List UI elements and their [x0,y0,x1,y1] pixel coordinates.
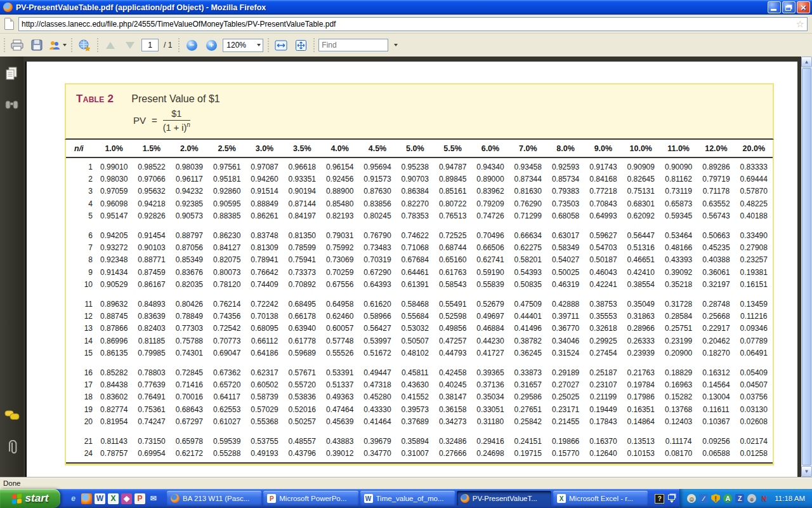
word-icon[interactable]: W [95,493,105,504]
pv-factor-cell: 0.70843 [584,197,622,210]
pv-factor-cell: 0.55288 [208,448,246,463]
column-header: 2.5% [208,140,246,157]
table-row: 30.970590.956320.942320.928600.915140.90… [66,185,773,197]
pages-panel-button[interactable] [5,67,18,83]
taskbar-task-button[interactable]: XMicrosoft Excel - r... [553,491,648,506]
outlook-express-icon[interactable]: ✉ [148,493,159,504]
minimize-button[interactable] [768,1,781,13]
pv-factor-cell: 0.29416 [471,428,509,448]
pv-factor-cell: 0.78849 [171,311,208,323]
column-header: 4.5% [358,140,396,157]
next-page-button[interactable] [122,36,138,54]
attachments-panel-button[interactable] [7,440,17,458]
novell-icon[interactable]: N [759,494,768,503]
pv-factor-cell: 0.71416 [171,379,208,391]
taskbar-task-button[interactable]: PV-PresentValueT... [457,491,551,506]
pv-factor-cell: 0.90595 [208,197,246,210]
zoom-level-combo[interactable]: 120% [223,39,263,52]
powerpoint-icon[interactable]: P [134,493,145,504]
zoom-in-button[interactable]: + [203,36,219,54]
pv-factor-cell: 0.60057 [321,323,358,335]
find-input[interactable] [318,39,388,51]
zoom-out-button[interactable]: − [183,36,200,54]
pv-factor-cell: 0.23257 [735,254,773,266]
pv-factor-cell: 0.39679 [358,428,396,448]
taskbar-task-button[interactable]: PMicrosoft PowerPo... [263,491,358,506]
window-icon [668,495,675,500]
pv-factor-cell: 0.02174 [735,428,773,448]
scroll-down-button[interactable]: ▼ [801,466,812,477]
key-icon[interactable]: ◆ [121,493,132,504]
excel-icon[interactable]: X [108,493,119,504]
collaborate-button[interactable] [48,36,67,54]
pv-factor-cell: 0.43630 [396,379,434,391]
table-row: 130.878660.824030.773030.725420.680950.6… [66,323,773,335]
table-row: 10.990100.985220.980390.975610.970870.96… [66,157,773,173]
scroll-up-button[interactable]: ▲ [801,57,812,67]
url-field[interactable]: ☆ [18,17,808,31]
messenger-icon[interactable]: ☺ [687,494,696,503]
restore-button[interactable] [782,1,796,13]
wrench-icon[interactable]: ∕ [699,494,708,503]
scrollbar-thumb[interactable] [802,68,811,465]
table-row: 160.852820.788030.728450.673620.623170.5… [66,359,773,379]
pv-factor-cell: 0.56447 [622,222,660,242]
taskbar-task-button[interactable]: BA 213 W11 (Pasc... [167,491,261,506]
pv-factor-cell: 0.65720 [208,379,246,391]
pv-factor-cell: 0.51316 [622,242,660,254]
pv-factor-cell: 0.77218 [584,185,622,197]
firefox-icon [461,494,469,503]
z-app-icon[interactable]: Z [735,494,744,503]
row-period: 11 [66,291,95,311]
search-panel-button[interactable] [5,100,18,112]
zoom-level-value: 120% [226,41,254,50]
pv-factor-cell: 0.67290 [358,266,396,278]
save-button[interactable] [29,36,45,54]
pv-factor-cell: 0.37136 [471,379,509,391]
comments-panel-button[interactable] [4,410,20,424]
help-tray-button[interactable]: ? [655,494,664,504]
internet-explorer-icon[interactable]: e [68,493,79,504]
row-period: 9 [66,266,95,278]
previous-page-button[interactable] [102,36,119,54]
pv-factor-cell: 0.29189 [547,359,584,379]
pv-factor-cell: 0.10367 [697,416,735,428]
pv-factor-cell: 0.42410 [622,266,660,278]
table-row: 120.887450.836390.788490.743560.701380.6… [66,311,773,323]
bookmark-star-icon[interactable]: ☆ [796,19,804,29]
vertical-scrollbar[interactable]: ▲ ▼ [801,57,812,477]
print-button[interactable] [9,36,25,54]
pv-factor-cell: 0.91743 [584,157,622,173]
antivirus-icon[interactable]: A [723,494,732,503]
taskbar-task-button[interactable]: WTime_value_of_mo... [360,491,455,506]
row-period: 2 [66,173,95,185]
toolbar-options-button[interactable] [668,495,675,503]
pv-factor-cell: 0.87630 [358,185,396,197]
pv-factor-cell: 0.45639 [321,416,358,428]
pv-factor-cell: 0.51337 [321,379,358,391]
updater-icon[interactable]: ● [747,494,756,503]
share-online-button[interactable] [76,36,93,54]
pv-factor-cell: 0.39711 [547,311,584,323]
close-button[interactable]: × [797,1,810,13]
pv-factor-cell: 0.81309 [246,242,283,254]
firefox-icon[interactable] [81,493,92,504]
url-input[interactable] [22,20,796,29]
security-shield-icon[interactable]: ! [711,494,720,503]
flag-pane [17,493,22,498]
pv-factor-cell: 0.53997 [358,335,396,347]
pv-factor-cell: 0.85734 [547,173,584,185]
page-number-input[interactable] [141,39,159,51]
pv-factor-cell: 0.25025 [547,391,584,403]
pv-factor-cell: 0.75361 [133,403,170,415]
start-button[interactable]: start [0,489,60,508]
row-period: 13 [66,323,95,335]
pv-factor-cell: 0.55368 [246,416,283,428]
fit-width-button[interactable] [273,36,289,54]
find-dropdown-button[interactable] [391,39,400,51]
pv-factor-cell: 0.27027 [547,379,584,391]
pv-factor-cell: 0.83602 [95,391,133,403]
pv-factor-cell: 0.88385 [208,210,246,222]
pv-factor-cell: 0.71178 [697,185,735,197]
fit-page-button[interactable] [292,36,309,54]
